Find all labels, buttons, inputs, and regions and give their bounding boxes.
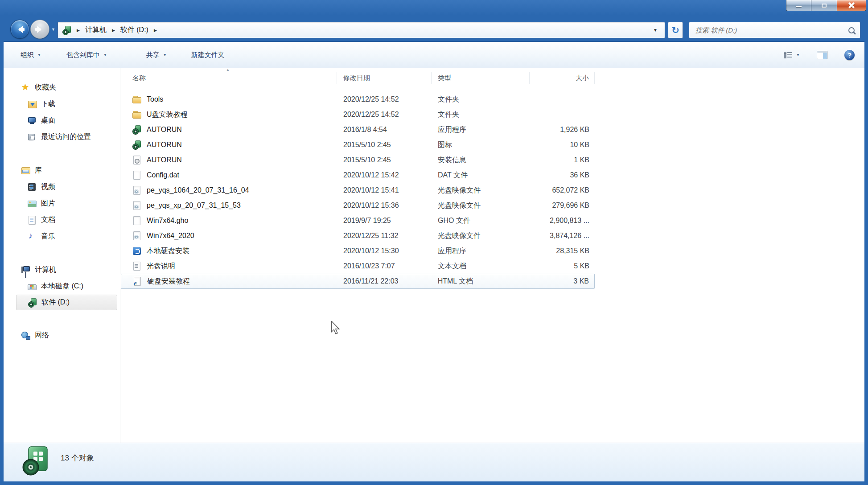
maximize-icon (822, 4, 827, 8)
breadcrumb-computer[interactable]: 计算机 (85, 25, 107, 35)
downloads-folder-icon (28, 100, 37, 109)
file-date: 2020/10/12 15:30 (337, 243, 432, 259)
file-type: 光盘映像文件 (432, 183, 530, 198)
address-bar[interactable]: 计算机 软件 (D:) (58, 22, 665, 38)
sidebar-group-header-1[interactable]: 库 (4, 162, 120, 179)
sidebar-item[interactable]: 最近访问的位置 (4, 129, 120, 145)
file-row[interactable]: AUTORUN2016/1/8 4:54应用程序1,926 KB (121, 122, 595, 137)
file-row[interactable]: U盘安装教程2020/12/25 14:52文件夹 (121, 107, 595, 122)
file-size: 2,900,813 ... (530, 213, 595, 228)
forward-button[interactable] (30, 20, 49, 39)
file-rows: Tools2020/12/25 14:52文件夹U盘安装教程2020/12/25… (121, 92, 864, 289)
computer-icon (21, 266, 30, 275)
help-icon[interactable] (844, 50, 855, 60)
green-app-icon (132, 140, 141, 149)
file-date: 2020/10/12 15:36 (337, 198, 432, 213)
views-button[interactable] (784, 52, 800, 58)
recent-pages-chevron-icon[interactable] (51, 27, 55, 32)
file-type: 安装信息 (432, 152, 530, 168)
main-area: 收藏夹下载桌面最近访问的位置库视频图片文档音乐计算机本地磁盘 (C:)软件 (D… (4, 68, 864, 443)
column-header-type[interactable]: 类型 (432, 72, 530, 84)
sidebar-group-header-2[interactable]: 计算机 (4, 262, 120, 278)
file-size: 1 KB (530, 152, 595, 168)
breadcrumb-separator-icon[interactable] (154, 28, 157, 33)
file-row[interactable]: AUTORUN2015/5/10 2:45安装信息1 KB (121, 152, 595, 168)
file-row[interactable]: Win7x64.gho2019/9/7 19:25GHO 文件2,900,813… (121, 213, 595, 228)
column-header-date[interactable]: 修改日期 (337, 72, 432, 84)
file-size: 1,926 KB (530, 122, 595, 137)
sidebar-item[interactable]: 音乐 (4, 228, 120, 245)
breadcrumb-drive-d[interactable]: 软件 (D:) (120, 25, 148, 35)
sidebar-label: 图片 (41, 199, 55, 208)
sidebar-item[interactable]: 软件 (D:) (16, 295, 117, 310)
sidebar-item[interactable]: 视频 (4, 179, 120, 195)
search-input[interactable] (695, 26, 848, 34)
sidebar-item[interactable]: 下载 (4, 96, 120, 112)
blank-file-icon (132, 171, 141, 180)
file-name: 光盘说明 (147, 262, 175, 271)
file-row[interactable]: 本地硬盘安装2020/10/12 15:30应用程序28,315 KB (121, 243, 595, 259)
sidebar-group-header-0[interactable]: 收藏夹 (4, 79, 120, 96)
file-date: 2020/12/25 11:32 (337, 228, 432, 243)
toolbar-items: 组织包含到库中共享新建文件夹 (21, 51, 225, 59)
file-type: 图标 (432, 137, 530, 152)
file-size: 652,072 KB (530, 183, 595, 198)
file-size: 36 KB (530, 168, 595, 183)
blank-file-icon (132, 216, 141, 225)
file-row[interactable]: pe_yqs_1064_20_07_31_16_042020/10/12 15:… (121, 183, 595, 198)
maximize-button[interactable] (811, 0, 837, 11)
sidebar-group: 网络 (4, 327, 120, 344)
sidebar-item[interactable]: 桌面 (4, 112, 120, 129)
toolbar-item-1[interactable]: 包含到库中 (66, 51, 107, 59)
file-type: 文件夹 (432, 92, 530, 107)
breadcrumb-separator-icon[interactable] (77, 28, 80, 33)
navigation-pane: 收藏夹下载桌面最近访问的位置库视频图片文档音乐计算机本地磁盘 (C:)软件 (D… (4, 68, 120, 443)
toolbar-item-3[interactable]: 新建文件夹 (191, 51, 225, 59)
file-row[interactable]: 硬盘安装教程2016/11/21 22:03HTML 文档3 KB (121, 274, 595, 289)
close-button[interactable] (837, 0, 866, 11)
toolbar-item-2[interactable]: 共享 (146, 51, 167, 59)
dropdown-caret-icon (103, 53, 107, 57)
file-size: 3 KB (529, 274, 594, 288)
file-date: 2016/11/21 22:03 (337, 274, 432, 288)
refresh-button[interactable] (668, 22, 683, 38)
command-toolbar: 组织包含到库中共享新建文件夹 (4, 42, 864, 68)
file-date: 2016/1/8 4:54 (337, 122, 432, 137)
breadcrumb-separator-icon[interactable] (112, 28, 115, 33)
file-name: 本地硬盘安装 (147, 247, 189, 256)
sidebar-label: 桌面 (41, 116, 55, 125)
toolbar-item-label: 新建文件夹 (191, 51, 225, 59)
preview-pane-icon[interactable] (817, 51, 827, 59)
back-button[interactable] (10, 20, 29, 39)
sidebar-label: 软件 (D:) (41, 298, 70, 307)
sidebar-item[interactable]: 图片 (4, 195, 120, 212)
file-row[interactable]: Config.dat2020/10/12 15:42DAT 文件36 KB (121, 168, 595, 183)
file-row[interactable]: AUTORUN2015/5/10 2:45图标10 KB (121, 137, 595, 152)
sidebar-label: 网络 (35, 331, 49, 340)
file-row[interactable]: 光盘说明2016/10/23 7:07文本文档5 KB (121, 259, 595, 274)
disc-image-icon (132, 231, 141, 240)
toolbar-item-label: 包含到库中 (66, 51, 100, 59)
file-list: 名称 修改日期 类型 大小 Tools2020/12/25 14:52文件夹U盘… (121, 68, 864, 443)
column-header-size[interactable]: 大小 (530, 72, 595, 84)
views-dropdown-icon (796, 53, 800, 57)
sidebar-item[interactable]: 本地磁盘 (C:) (4, 278, 120, 295)
sidebar-label: 视频 (41, 182, 55, 192)
sidebar-item[interactable]: 文档 (4, 212, 120, 228)
column-headers: 名称 修改日期 类型 大小 (121, 70, 595, 86)
file-row[interactable]: Win7x64_20202020/12/25 11:32光盘映像文件3,874,… (121, 228, 595, 243)
minimize-button[interactable] (786, 0, 811, 11)
column-header-name[interactable]: 名称 (121, 72, 337, 84)
file-name: pe_yqs_1064_20_07_31_16_04 (147, 186, 249, 194)
setup-info-icon (132, 156, 141, 164)
address-dropdown-icon[interactable] (650, 28, 660, 33)
toolbar-item-0[interactable]: 组织 (21, 51, 41, 59)
file-row[interactable]: pe_yqs_xp_20_07_31_15_532020/10/12 15:36… (121, 198, 595, 213)
sidebar-group-header-3[interactable]: 网络 (4, 327, 120, 344)
toolbar-item-label: 组织 (21, 51, 34, 59)
blue-app-icon (132, 247, 141, 255)
search-box[interactable] (689, 22, 860, 38)
toolbar-right (784, 42, 855, 68)
file-size: 5 KB (530, 259, 595, 274)
file-row[interactable]: Tools2020/12/25 14:52文件夹 (121, 92, 595, 107)
